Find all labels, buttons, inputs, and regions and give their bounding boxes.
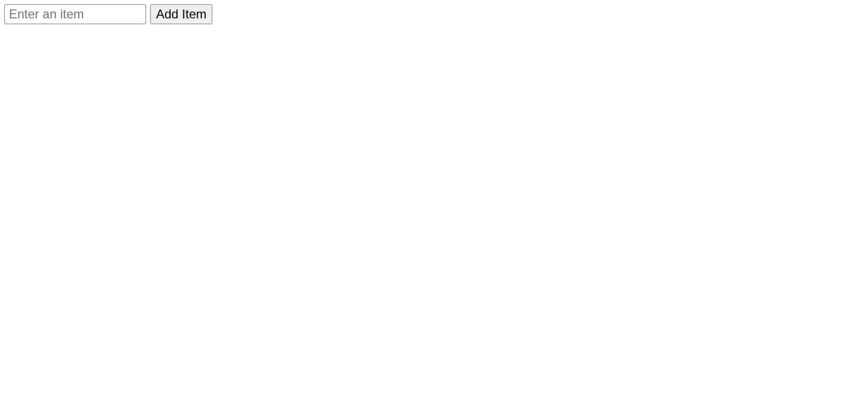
add-item-button[interactable]: Add Item bbox=[150, 4, 212, 24]
add-item-form: Add Item bbox=[4, 4, 864, 24]
item-input[interactable] bbox=[4, 4, 146, 24]
